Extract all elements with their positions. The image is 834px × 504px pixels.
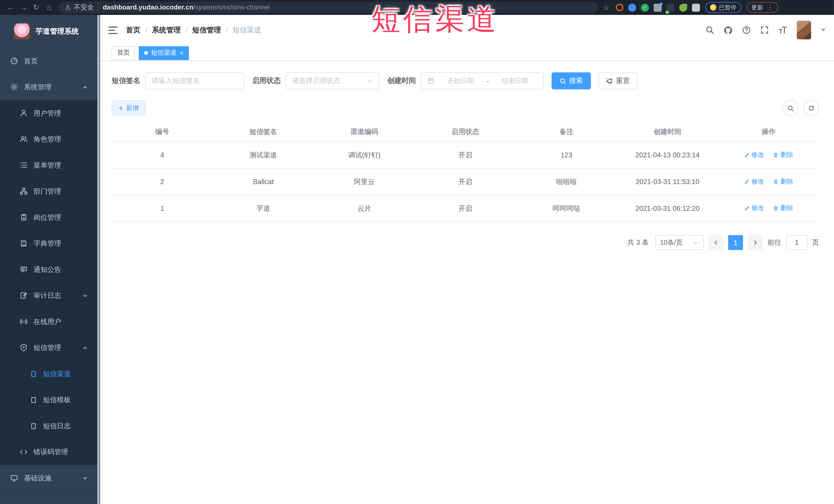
sidebar-item-departments[interactable]: 部门管理 <box>0 178 100 204</box>
sidebar-item-error-codes[interactable]: 错误码管理 <box>0 439 100 465</box>
chevron-right-icon <box>752 239 759 246</box>
avatar-caret-icon[interactable] <box>821 29 826 31</box>
sidebar-item-label: 短信模板 <box>43 395 71 404</box>
edit-link[interactable]: 修改 <box>744 151 764 159</box>
header-search-icon[interactable] <box>705 25 714 35</box>
sidebar-item-sms-log[interactable]: 短信日志 <box>0 413 100 439</box>
delete-link[interactable]: 删除 <box>773 151 793 159</box>
add-button[interactable]: 新增 <box>112 101 145 115</box>
column-header-sign: 短信签名 <box>213 123 314 142</box>
delete-link-label: 删除 <box>780 151 793 159</box>
sidebar-item-audit-log[interactable]: 审计日志 <box>0 282 100 309</box>
fullscreen-icon[interactable] <box>760 25 769 35</box>
filter-form: 短信签名 请输入短信签名 启用状态 请选择启用状态 创建时间 <box>112 72 819 89</box>
edit-link[interactable]: 修改 <box>744 177 764 186</box>
address-bar[interactable]: ⚠ 不安全 dashboard.yudao.iocoder.cn /system… <box>59 2 598 13</box>
gear-icon <box>10 83 18 91</box>
annotation-overlay-text: 短信渠道 <box>371 0 499 39</box>
tab-label: 首页 <box>117 48 130 58</box>
chrome-update-button[interactable]: 更新 ⋮ <box>746 2 778 13</box>
delete-link[interactable]: 删除 <box>773 204 793 213</box>
sidebar-item-online-users[interactable]: 在线用户 <box>0 309 100 335</box>
bookmark-star-icon[interactable]: ☆ <box>603 3 609 11</box>
reset-button-label: 重置 <box>616 76 630 86</box>
column-header-actions: 操作 <box>718 123 819 142</box>
app-logo-row[interactable]: 芋道管理系统 <box>0 15 100 48</box>
browser-forward-icon[interactable]: → <box>17 0 30 15</box>
reset-button[interactable]: 重置 <box>598 72 638 89</box>
sidebar-item-home[interactable]: 首页 <box>0 48 100 74</box>
extension-orange-icon[interactable] <box>616 4 623 11</box>
edit-link[interactable]: 修改 <box>744 204 764 213</box>
sidebar-item-sms-channel[interactable]: 短信渠道 <box>0 361 100 387</box>
delete-link[interactable]: 删除 <box>773 177 793 186</box>
sidebar-item-label: 首页 <box>24 56 38 66</box>
sidebar-toggle-icon[interactable] <box>109 26 117 34</box>
sidebar-item-system[interactable]: 系统管理 <box>0 74 100 100</box>
column-header-id: 编号 <box>112 123 213 142</box>
breadcrumb-home[interactable]: 首页 <box>126 25 140 35</box>
next-page-button[interactable] <box>748 235 763 250</box>
toggle-search-button[interactable] <box>783 100 798 116</box>
trash-icon <box>773 179 779 184</box>
sidebar-item-infrastructure[interactable]: 基础设施 <box>0 465 100 491</box>
browser-menu-icon[interactable]: ⋮ <box>767 4 773 11</box>
column-header-status: 启用状态 <box>415 123 516 142</box>
tab-sms-channel[interactable]: 短信渠道 × <box>139 46 189 60</box>
sidebar-item-label: 部门管理 <box>34 187 61 196</box>
extension-check-icon[interactable]: ✓ <box>641 3 649 11</box>
table-row: 4 测试渠道 调试(钉钉) 开启 123 2021-04-13 00:23:14… <box>112 142 819 169</box>
sidebar-item-dictionary[interactable]: 字典管理 <box>0 230 100 257</box>
breadcrumb-separator: / <box>145 26 147 34</box>
edit-link-label: 修改 <box>751 151 764 159</box>
trash-icon <box>773 205 779 211</box>
page-size-value: 10条/页 <box>660 238 683 247</box>
sidebar-item-sms[interactable]: 短信管理 <box>0 334 100 361</box>
page-number-1[interactable]: 1 <box>728 235 743 250</box>
github-icon[interactable] <box>723 25 733 35</box>
extension-leaf-icon[interactable] <box>679 3 687 11</box>
cell-id: 2 <box>112 169 213 195</box>
prev-page-button[interactable] <box>708 235 723 250</box>
code-icon <box>20 448 28 456</box>
browser-back-icon[interactable]: ← <box>4 0 17 15</box>
extension-switch-icon[interactable]: on <box>666 3 674 11</box>
cell-created: 2021-03-31 06:12:20 <box>617 195 718 222</box>
active-tab-dot <box>144 51 148 55</box>
page-size-select[interactable]: 10条/页 <box>655 235 704 250</box>
users-icon <box>20 135 28 143</box>
profile-emoji-icon <box>710 4 716 11</box>
goto-page-input[interactable]: 1 <box>786 235 807 250</box>
sidebar-item-posts[interactable]: 岗位管理 <box>0 204 100 231</box>
search-button[interactable]: 搜索 <box>552 72 591 89</box>
cell-sign: Ballcat <box>213 169 314 195</box>
sign-filter-input[interactable]: 请输入短信签名 <box>145 72 244 89</box>
profile-paused-badge[interactable]: 已暂停 <box>705 2 741 13</box>
sidebar-item-sms-template[interactable]: 短信模板 <box>0 387 100 413</box>
help-icon[interactable] <box>742 25 751 35</box>
status-filter-select[interactable]: 请选择启用状态 <box>286 72 379 89</box>
sidebar-item-roles[interactable]: 角色管理 <box>0 126 100 152</box>
refresh-table-button[interactable] <box>803 100 819 116</box>
sidebar-item-announcements[interactable]: 通知公告 <box>0 257 100 283</box>
user-avatar[interactable] <box>797 21 811 40</box>
sidebar-item-users[interactable]: 用户管理 <box>0 100 100 126</box>
paused-label: 已暂停 <box>719 3 737 11</box>
browser-reload-icon[interactable]: ↻ <box>30 0 43 15</box>
not-secure-label[interactable]: 不安全 <box>74 3 94 12</box>
chevron-down-icon <box>82 475 88 481</box>
date-range-picker[interactable]: 开始日期 - 结束日期 <box>421 72 544 89</box>
tab-home[interactable]: 首页 <box>112 46 135 60</box>
extension-pin-icon[interactable] <box>628 3 636 11</box>
breadcrumb-sms[interactable]: 短信管理 <box>192 25 221 35</box>
sidebar-item-label: 角色管理 <box>34 134 61 144</box>
tab-close-icon[interactable]: × <box>180 50 183 56</box>
cell-remark: 呵呵呵哒 <box>516 195 617 222</box>
breadcrumb-system[interactable]: 系统管理 <box>152 25 181 35</box>
font-size-icon[interactable] <box>778 25 788 35</box>
sidebar-item-label: 基础设施 <box>24 473 51 483</box>
sidebar-item-menus[interactable]: 菜单管理 <box>0 152 100 178</box>
extension-grid-icon[interactable] <box>654 3 661 11</box>
browser-home-icon[interactable]: ⌂ <box>43 0 56 15</box>
extensions-puzzle-icon[interactable] <box>692 3 700 11</box>
